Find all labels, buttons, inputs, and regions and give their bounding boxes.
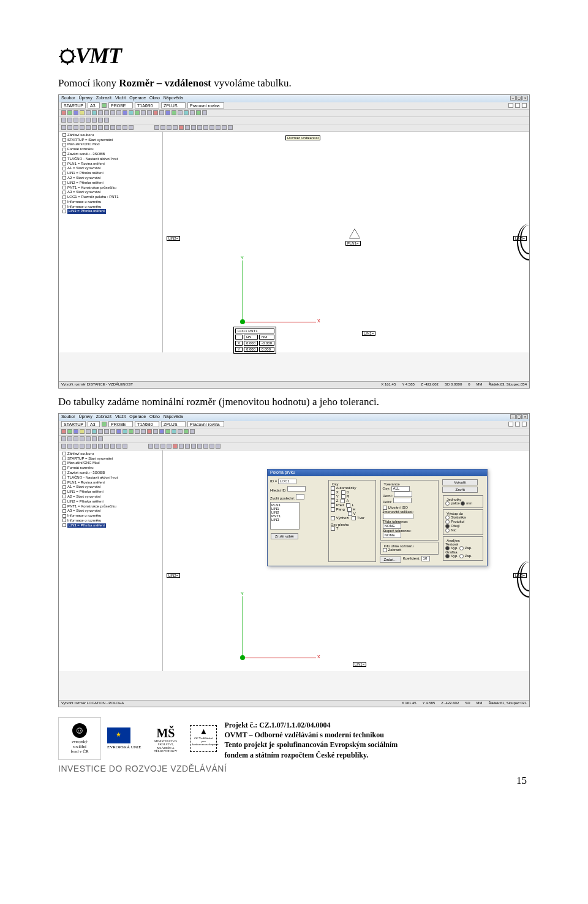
tool-icon[interactable] bbox=[515, 422, 520, 427]
menu-edit[interactable]: Úpravy bbox=[79, 414, 92, 420]
vytvorit-button[interactable]: Vytvořit bbox=[442, 479, 478, 485]
feature-listbox[interactable]: PLN1LIN1LIN2PNT1LIN3 bbox=[270, 502, 300, 530]
tool-icon[interactable] bbox=[80, 429, 85, 434]
menu-file[interactable]: Soubor bbox=[61, 414, 75, 420]
zplus-select[interactable]: ZPLUS bbox=[161, 421, 186, 427]
tool-icon[interactable] bbox=[92, 436, 97, 441]
tool-icon[interactable] bbox=[116, 429, 121, 434]
tool-icon[interactable] bbox=[104, 110, 109, 115]
menu-bar[interactable]: Soubor Úpravy Zobrazit Vložit Operace Ok… bbox=[59, 95, 529, 102]
a-check[interactable] bbox=[341, 499, 345, 503]
menu-help[interactable]: Nápověda bbox=[164, 96, 183, 102]
text-vyp-radio[interactable] bbox=[445, 546, 450, 550]
tool-icon[interactable] bbox=[110, 429, 115, 434]
tool-icon[interactable] bbox=[123, 429, 127, 434]
tool-icon[interactable] bbox=[184, 110, 189, 115]
iso-check[interactable] bbox=[383, 506, 387, 510]
tool-icon[interactable] bbox=[167, 125, 172, 130]
v-check[interactable] bbox=[348, 512, 352, 516]
tool-icon[interactable] bbox=[67, 436, 72, 441]
max-icon[interactable]: ◻ bbox=[516, 414, 522, 419]
mm-radio[interactable] bbox=[461, 501, 465, 506]
tool-icon[interactable] bbox=[141, 110, 146, 115]
tool-icon[interactable] bbox=[98, 118, 103, 123]
menu-ops[interactable]: Operace bbox=[129, 96, 146, 102]
tool-icon[interactable] bbox=[178, 429, 183, 434]
h-check[interactable] bbox=[347, 507, 352, 512]
cad-canvas[interactable]: Rozměr vzdálenost LIN2= PLN1= LIN3= YX L… bbox=[163, 132, 529, 352]
zadat-button[interactable]: Zadat… bbox=[380, 556, 401, 563]
tool-icon[interactable] bbox=[86, 118, 91, 123]
tool-icon[interactable] bbox=[141, 429, 146, 434]
tool-icon[interactable] bbox=[86, 436, 91, 441]
tool-icon[interactable] bbox=[67, 118, 72, 123]
tool-icon[interactable] bbox=[98, 429, 103, 434]
tool-icon[interactable] bbox=[173, 125, 178, 130]
tool-icon[interactable] bbox=[202, 110, 207, 115]
tool-icon[interactable] bbox=[172, 429, 176, 434]
tool-icon[interactable] bbox=[74, 429, 78, 434]
tool-icon[interactable] bbox=[86, 110, 91, 115]
tool-icon[interactable] bbox=[129, 125, 134, 130]
tool-icon[interactable] bbox=[74, 125, 78, 130]
tvar-check[interactable] bbox=[352, 516, 356, 520]
tip-select[interactable]: T1A0B0 bbox=[135, 421, 159, 427]
tool-icon[interactable] bbox=[135, 429, 140, 434]
t-check[interactable] bbox=[331, 526, 335, 531]
tool-icon[interactable] bbox=[98, 436, 103, 441]
tool-icon[interactable] bbox=[135, 110, 140, 115]
tool-icon[interactable] bbox=[159, 110, 164, 115]
vychozi-check[interactable] bbox=[331, 516, 335, 520]
trida-combo[interactable]: NONE bbox=[383, 523, 401, 529]
tool-icon[interactable] bbox=[185, 125, 190, 130]
tool-icon[interactable] bbox=[80, 444, 85, 449]
search-id-field[interactable] bbox=[287, 486, 306, 492]
menu-edit[interactable]: Úpravy bbox=[79, 96, 92, 102]
tool-icon[interactable] bbox=[61, 125, 66, 130]
horni-field[interactable] bbox=[394, 492, 412, 497]
menu-view[interactable]: Zobrazit bbox=[96, 414, 111, 420]
tool-icon[interactable] bbox=[209, 444, 214, 449]
tool-icon[interactable] bbox=[104, 444, 109, 449]
tool-icon[interactable] bbox=[129, 110, 134, 115]
tool-icon[interactable] bbox=[61, 444, 66, 449]
text-zap-radio[interactable] bbox=[459, 546, 464, 550]
zrusit-vyber-button[interactable]: Zrušit výběr bbox=[271, 533, 298, 539]
tool-icon[interactable] bbox=[222, 125, 227, 130]
tool-icon[interactable] bbox=[67, 429, 72, 434]
tool-icon[interactable] bbox=[74, 118, 78, 123]
a3-select[interactable]: A3 bbox=[88, 102, 100, 108]
r-check[interactable] bbox=[341, 495, 345, 499]
tool-icon[interactable] bbox=[104, 125, 109, 130]
min-icon[interactable]: – bbox=[510, 414, 516, 419]
tool-icon[interactable] bbox=[74, 436, 78, 441]
zplus-select[interactable]: ZPLUS bbox=[161, 102, 186, 108]
tool-icon[interactable] bbox=[116, 444, 121, 449]
tool-icon[interactable] bbox=[190, 429, 195, 434]
close-icon[interactable]: × bbox=[522, 414, 528, 419]
tool-icon[interactable] bbox=[116, 110, 121, 115]
tool-icon[interactable] bbox=[80, 125, 85, 130]
tool-icon[interactable] bbox=[522, 103, 527, 108]
tool-icon[interactable] bbox=[104, 429, 109, 434]
oboji-radio[interactable] bbox=[445, 524, 450, 528]
tool-icon[interactable] bbox=[178, 110, 183, 115]
tool-icon[interactable] bbox=[80, 436, 85, 441]
pred-check[interactable] bbox=[331, 503, 335, 507]
tool-icon[interactable] bbox=[179, 125, 184, 130]
tool-icon[interactable] bbox=[159, 429, 164, 434]
tool-icon[interactable] bbox=[148, 444, 153, 449]
tool-icon[interactable] bbox=[191, 444, 196, 449]
y-check[interactable] bbox=[331, 495, 335, 499]
palce-radio[interactable] bbox=[445, 501, 450, 506]
tool-icon[interactable] bbox=[147, 110, 152, 115]
tool-icon[interactable] bbox=[98, 125, 103, 130]
prot-radio[interactable] bbox=[445, 520, 450, 524]
tool-icon[interactable] bbox=[92, 125, 97, 130]
tool-icon[interactable] bbox=[74, 110, 78, 115]
a3-select[interactable]: A3 bbox=[88, 421, 100, 427]
tool-icon[interactable] bbox=[80, 110, 85, 115]
tool-icon[interactable] bbox=[185, 444, 190, 449]
tool-icon[interactable] bbox=[203, 444, 208, 449]
tool-icon[interactable] bbox=[203, 125, 208, 130]
